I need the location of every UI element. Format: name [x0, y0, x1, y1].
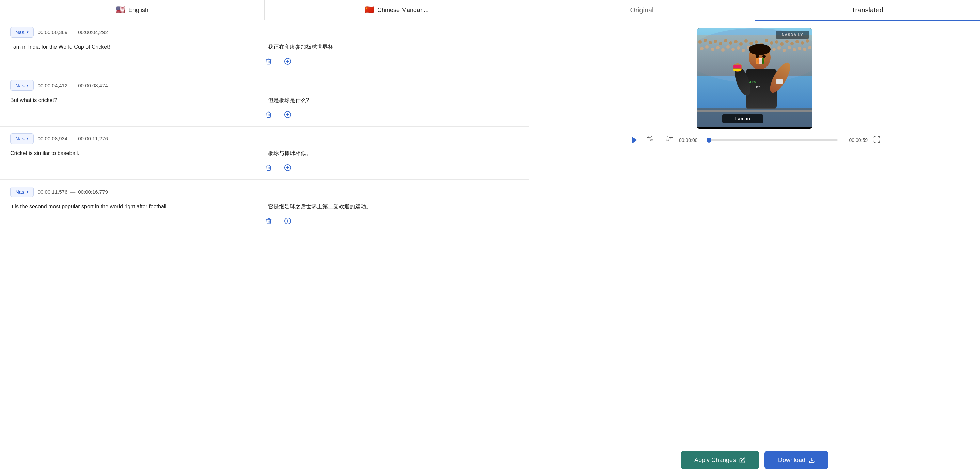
- svg-point-35: [800, 41, 804, 45]
- chinese-lang-tab[interactable]: 🇨🇳 Chinese Mandari...: [264, 0, 529, 20]
- video-area: 41% LIFE I am in NASDAILY: [529, 21, 980, 444]
- progress-bar[interactable]: [709, 139, 838, 141]
- rewind-10-button[interactable]: 10: [646, 135, 657, 145]
- svg-point-20: [724, 39, 727, 42]
- segment-1-original[interactable]: I am in India for the World Cup of Crick…: [10, 43, 261, 51]
- language-header: 🇺🇸 English 🇨🇳 Chinese Mandari...: [0, 0, 529, 20]
- svg-point-56: [798, 47, 801, 50]
- speaker-2-btn[interactable]: Nas ▾: [10, 80, 34, 91]
- svg-point-41: [721, 48, 725, 52]
- speaker-4-label: Nas: [15, 189, 24, 195]
- segment-1-translated[interactable]: 我正在印度参加板球世界杯！: [268, 43, 519, 51]
- svg-point-53: [783, 49, 786, 52]
- time-dash-icon-4: —: [70, 189, 75, 195]
- segment-1-actions: [10, 55, 519, 67]
- english-lang-tab[interactable]: 🇺🇸 English: [0, 0, 264, 20]
- segment-2-translated[interactable]: 但是板球是什么?: [268, 96, 519, 104]
- time-dash-icon-2: —: [70, 83, 75, 88]
- speaker-2-label: Nas: [15, 83, 24, 88]
- svg-text:10: 10: [650, 139, 653, 141]
- svg-point-15: [698, 40, 702, 44]
- segment-3-time: 00:00:08,934 — 00:00:11,276: [38, 136, 108, 142]
- svg-point-31: [780, 42, 784, 46]
- svg-text:LIFE: LIFE: [754, 86, 760, 89]
- svg-point-57: [803, 48, 807, 51]
- speaker-4-btn[interactable]: Nas ▾: [10, 187, 34, 197]
- fullscreen-button[interactable]: [873, 136, 881, 145]
- add-1-button[interactable]: [282, 55, 294, 67]
- delete-1-button[interactable]: [262, 55, 275, 67]
- delete-2-button[interactable]: [262, 109, 275, 121]
- segment-3-end: 00:00:11,276: [78, 136, 108, 142]
- segment-4-translated[interactable]: 它是继足球之后世界上第二受欢迎的运动。: [268, 203, 519, 211]
- video-frame: 41% LIFE I am in NASDAILY: [697, 28, 813, 127]
- chevron-down-icon-2: ▾: [27, 83, 29, 88]
- left-panel: 🇺🇸 English 🇨🇳 Chinese Mandari... Nas ▾ 0…: [0, 0, 529, 476]
- speaker-3-btn[interactable]: Nas ▾: [10, 133, 34, 144]
- segment-3-actions: [10, 161, 519, 174]
- segment-3-original[interactable]: Cricket is similar to baseball.: [10, 149, 261, 158]
- segment-3-translated[interactable]: 板球与棒球相似。: [268, 149, 519, 158]
- segment-3-start: 00:00:08,934: [38, 136, 68, 142]
- segment-4-header: Nas ▾ 00:00:11,576 — 00:00:16,779: [10, 187, 519, 197]
- download-button[interactable]: Download: [764, 451, 829, 469]
- svg-point-64: [762, 54, 766, 58]
- segment-2-original[interactable]: But what is cricket?: [10, 96, 261, 104]
- segment-4-original[interactable]: It is the second most popular sport in t…: [10, 203, 261, 211]
- svg-rect-71: [762, 58, 764, 64]
- svg-text:10: 10: [667, 139, 669, 141]
- svg-rect-78: [697, 110, 813, 112]
- svg-point-29: [770, 41, 773, 45]
- current-time: 00:00:00: [679, 137, 703, 143]
- segment-4-actions: [10, 215, 519, 227]
- forward-10-button[interactable]: 10: [663, 135, 673, 145]
- svg-point-32: [785, 40, 789, 43]
- download-label: Download: [778, 457, 805, 464]
- svg-point-33: [790, 42, 794, 45]
- right-panel: Original Translated: [529, 0, 980, 476]
- svg-point-37: [700, 47, 703, 51]
- apply-changes-label: Apply Changes: [694, 457, 736, 464]
- chevron-down-icon-4: ▾: [27, 190, 29, 194]
- segment-3: Nas ▾ 00:00:08,934 — 00:00:11,276 Cricke…: [0, 126, 529, 180]
- svg-point-63: [756, 54, 759, 58]
- english-label: English: [128, 6, 148, 14]
- svg-point-54: [788, 46, 791, 50]
- segment-2-content: But what is cricket? 但是板球是什么?: [10, 96, 519, 104]
- svg-point-23: [739, 42, 743, 46]
- speaker-1-btn[interactable]: Nas ▾: [10, 27, 34, 37]
- segment-4-start: 00:00:11,576: [38, 189, 68, 195]
- svg-point-60: [749, 44, 771, 55]
- delete-4-button[interactable]: [262, 215, 275, 227]
- time-dash-icon-3: —: [70, 136, 75, 142]
- svg-point-43: [732, 48, 735, 51]
- delete-3-button[interactable]: [262, 161, 275, 174]
- svg-point-36: [806, 39, 809, 43]
- tab-original[interactable]: Original: [529, 0, 754, 21]
- play-button[interactable]: [628, 134, 641, 146]
- svg-point-22: [734, 40, 738, 43]
- segment-2-actions: [10, 109, 519, 121]
- add-4-button[interactable]: [282, 215, 294, 227]
- segment-2-time: 00:00:04,412 — 00:00:08,474: [38, 83, 108, 88]
- tab-translated[interactable]: Translated: [754, 0, 980, 21]
- svg-text:41%: 41%: [749, 80, 756, 83]
- svg-point-39: [711, 48, 714, 51]
- segment-4-content: It is the second most popular sport in t…: [10, 203, 519, 211]
- segment-1-content: I am in India for the World Cup of Crick…: [10, 43, 519, 51]
- svg-point-26: [754, 40, 758, 44]
- segment-4-time: 00:00:11,576 — 00:00:16,779: [38, 189, 108, 195]
- add-2-button[interactable]: [282, 109, 294, 121]
- svg-point-40: [716, 46, 719, 50]
- svg-point-30: [775, 40, 778, 44]
- svg-text:I am in: I am in: [735, 116, 750, 121]
- svg-point-16: [703, 38, 707, 42]
- speaker-1-label: Nas: [15, 29, 24, 35]
- segment-2-end: 00:00:08,474: [78, 83, 108, 88]
- add-3-button[interactable]: [282, 161, 294, 174]
- svg-point-17: [709, 41, 712, 44]
- svg-rect-69: [756, 58, 759, 64]
- apply-changes-button[interactable]: Apply Changes: [681, 451, 759, 469]
- segment-4: Nas ▾ 00:00:11,576 — 00:00:16,779 It is …: [0, 180, 529, 233]
- svg-marker-83: [632, 137, 637, 143]
